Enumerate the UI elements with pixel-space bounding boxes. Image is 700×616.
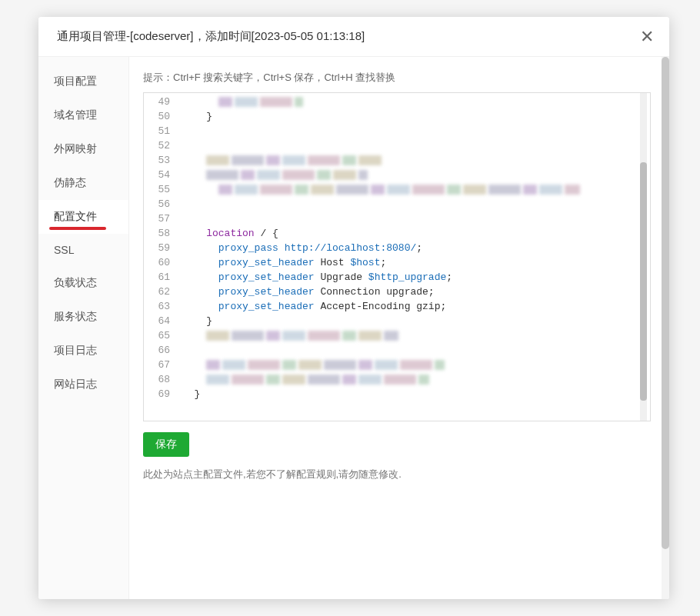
line-number: 55 — [144, 182, 178, 197]
code-line: 52 — [144, 138, 650, 153]
code-line: 57 — [144, 211, 650, 226]
sidebar-item-label: 负载状态 — [54, 276, 97, 288]
sidebar-item-label: 外网映射 — [54, 142, 97, 155]
code-line: 63 proxy_set_header Accept-Encoding gzip… — [144, 299, 650, 314]
code-content — [178, 95, 650, 109]
code-line: 66 — [144, 343, 650, 358]
code-line: 67 — [144, 358, 650, 372]
sidebar: 项目配置域名管理外网映射伪静态配置文件SSL负载状态服务状态项目日志网站日志 — [38, 57, 129, 599]
line-number: 62 — [144, 285, 178, 299]
line-number: 64 — [144, 314, 178, 328]
code-line: 65 — [144, 328, 650, 343]
code-line: 62 proxy_set_header Connection upgrade; — [144, 285, 650, 299]
sidebar-item-label: 伪静态 — [54, 176, 86, 188]
code-content — [178, 124, 650, 138]
editor-hint: 提示：Ctrl+F 搜索关键字，Ctrl+S 保存，Ctrl+H 查找替换 — [143, 71, 651, 85]
code-content — [178, 197, 650, 211]
config-note: 此处为站点主配置文件,若您不了解配置规则,请勿随意修改. — [143, 468, 651, 481]
code-line: 68 — [144, 372, 650, 387]
sidebar-item-1[interactable]: 域名管理 — [38, 98, 128, 132]
code-editor[interactable]: 49 50 }515253 54 55 565758 location / {5… — [143, 92, 651, 421]
line-number: 66 — [144, 343, 178, 358]
line-number: 58 — [144, 226, 178, 241]
line-number: 56 — [144, 197, 178, 211]
line-number: 65 — [144, 328, 178, 343]
line-number: 57 — [144, 211, 178, 226]
editor-scrollbar[interactable] — [640, 93, 647, 421]
code-line: 55 — [144, 182, 650, 197]
sidebar-item-9[interactable]: 网站日志 — [38, 368, 128, 401]
sidebar-item-2[interactable]: 外网映射 — [38, 132, 128, 166]
code-content: proxy_set_header Accept-Encoding gzip; — [178, 299, 650, 314]
modal-header: 通用项目管理-[codeserver]，添加时间[2023-05-05 01:1… — [38, 17, 669, 57]
code-content: } — [178, 387, 650, 401]
code-line: 61 proxy_set_header Upgrade $http_upgrad… — [144, 270, 650, 285]
code-line: 69 } — [144, 387, 650, 401]
editor-scrollbar-thumb[interactable] — [640, 162, 647, 401]
sidebar-item-7[interactable]: 服务状态 — [38, 300, 128, 334]
code-content — [178, 138, 650, 153]
line-number: 67 — [144, 358, 178, 372]
code-content: } — [178, 314, 650, 328]
code-line: 56 — [144, 197, 650, 211]
line-number: 54 — [144, 168, 178, 182]
code-line: 50 } — [144, 109, 650, 124]
modal-body: 项目配置域名管理外网映射伪静态配置文件SSL负载状态服务状态项目日志网站日志 提… — [38, 57, 669, 599]
sidebar-item-8[interactable]: 项目日志 — [38, 334, 128, 368]
code-content — [178, 153, 650, 168]
code-line: 59 proxy_pass http://localhost:8080/; — [144, 241, 650, 255]
code-content — [178, 168, 650, 182]
sidebar-item-label: 项目日志 — [54, 344, 97, 356]
sidebar-item-label: 域名管理 — [54, 108, 97, 121]
code-content — [178, 328, 650, 343]
close-icon[interactable]: ✕ — [640, 28, 654, 45]
code-line: 49 — [144, 95, 650, 109]
sidebar-item-0[interactable]: 项目配置 — [38, 65, 128, 98]
sidebar-item-6[interactable]: 负载状态 — [38, 266, 128, 300]
modal-scrollbar-thumb[interactable] — [662, 57, 669, 549]
line-number: 60 — [144, 255, 178, 270]
code-line: 51 — [144, 124, 650, 138]
code-content: } — [178, 109, 650, 124]
code-content: proxy_set_header Connection upgrade; — [178, 285, 650, 299]
line-number: 69 — [144, 387, 178, 401]
line-number: 61 — [144, 270, 178, 285]
code-content — [178, 358, 650, 372]
modal-title: 通用项目管理-[codeserver]，添加时间[2023-05-05 01:1… — [57, 29, 365, 44]
line-number: 52 — [144, 138, 178, 153]
code-line: 64 } — [144, 314, 650, 328]
code-content — [178, 343, 650, 358]
modal-scrollbar[interactable] — [662, 57, 669, 599]
code-content — [178, 372, 650, 387]
underline-marker — [49, 227, 106, 230]
code-content: proxy_set_header Host $host; — [178, 255, 650, 270]
code-line: 53 — [144, 153, 650, 168]
sidebar-item-label: 项目配置 — [54, 75, 97, 87]
sidebar-item-4[interactable]: 配置文件 — [38, 200, 128, 234]
code-content — [178, 211, 650, 226]
code-content — [178, 182, 650, 197]
sidebar-item-label: 网站日志 — [54, 378, 97, 390]
content-pane: 提示：Ctrl+F 搜索关键字，Ctrl+S 保存，Ctrl+H 查找替换 49… — [129, 57, 669, 599]
line-number: 50 — [144, 109, 178, 124]
sidebar-item-3[interactable]: 伪静态 — [38, 166, 128, 200]
line-number: 49 — [144, 95, 178, 109]
sidebar-item-5[interactable]: SSL — [38, 234, 128, 266]
line-number: 53 — [144, 153, 178, 168]
sidebar-item-label: 服务状态 — [54, 310, 97, 322]
line-number: 68 — [144, 372, 178, 387]
sidebar-item-label: 配置文件 — [54, 210, 97, 222]
modal-dialog: 通用项目管理-[codeserver]，添加时间[2023-05-05 01:1… — [38, 17, 669, 599]
save-button[interactable]: 保存 — [143, 432, 189, 457]
line-number: 63 — [144, 299, 178, 314]
sidebar-item-label: SSL — [54, 244, 74, 256]
code-line: 58 location / { — [144, 226, 650, 241]
line-number: 51 — [144, 124, 178, 138]
code-line: 60 proxy_set_header Host $host; — [144, 255, 650, 270]
code-content: proxy_set_header Upgrade $http_upgrade; — [178, 270, 650, 285]
code-line: 54 — [144, 168, 650, 182]
code-content: proxy_pass http://localhost:8080/; — [178, 241, 650, 255]
line-number: 59 — [144, 241, 178, 255]
code-content: location / { — [178, 226, 650, 241]
